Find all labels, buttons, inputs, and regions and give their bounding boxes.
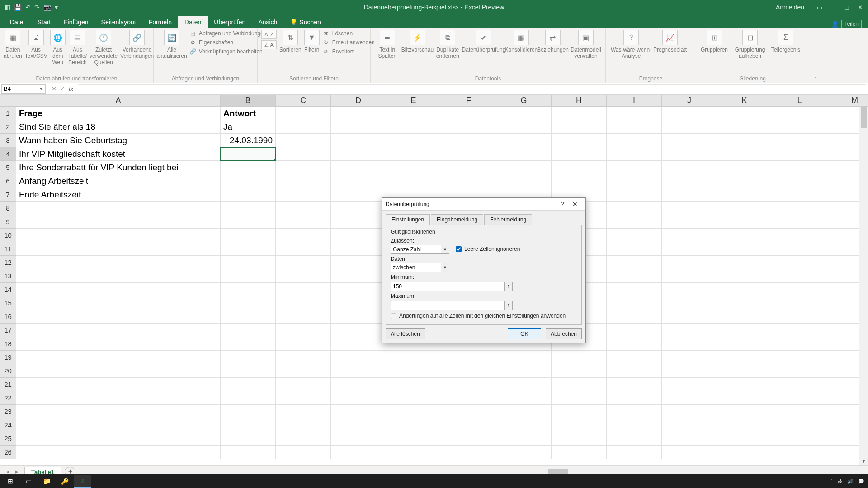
cell[interactable] (276, 120, 331, 134)
edit-links-button[interactable]: 🔗Verknüpfungen bearbeiten (189, 48, 266, 55)
cell[interactable] (386, 174, 441, 188)
cell[interactable] (331, 283, 386, 296)
cancel-button[interactable]: Abbrechen (546, 328, 582, 339)
vertical-scrollbar[interactable]: ▲ ▼ (859, 95, 868, 465)
confirm-edit-icon[interactable]: ✓ (60, 85, 65, 92)
cell[interactable] (662, 283, 717, 296)
row-header[interactable]: 25 (0, 432, 16, 446)
row-header[interactable]: 7 (0, 188, 16, 202)
cell[interactable]: Anfang Arbeitszeit (16, 174, 221, 188)
cell[interactable] (221, 432, 276, 446)
cell[interactable] (331, 134, 386, 147)
cell[interactable]: Sind Sie älter als 18 (16, 120, 221, 134)
cell[interactable] (221, 269, 276, 283)
cell[interactable] (331, 364, 386, 378)
name-box-dropdown-icon[interactable]: ▼ (39, 86, 43, 91)
cell[interactable] (16, 242, 221, 256)
column-header[interactable]: I (607, 95, 662, 107)
cell[interactable] (662, 391, 717, 405)
cell[interactable] (441, 351, 496, 364)
cell[interactable] (221, 337, 276, 351)
cell[interactable] (772, 229, 827, 242)
cell[interactable] (772, 351, 827, 364)
file-explorer-icon[interactable]: 📁 (38, 475, 55, 488)
cell[interactable] (662, 432, 717, 446)
cell[interactable] (662, 364, 717, 378)
camera-icon[interactable]: 📷 (43, 4, 51, 11)
cell[interactable] (607, 351, 662, 364)
cell[interactable] (772, 283, 827, 296)
queries-conn-button[interactable]: ▤Abfragen und Verbindungen (189, 30, 266, 37)
cell[interactable] (552, 107, 607, 120)
row-header[interactable]: 23 (0, 405, 16, 418)
clear-all-button[interactable]: Alle löschen (386, 328, 425, 339)
cell[interactable] (717, 418, 772, 432)
autosave-icon[interactable]: ◧ (5, 4, 10, 11)
cell[interactable] (331, 229, 386, 242)
cell[interactable] (496, 446, 552, 459)
cell[interactable] (221, 215, 276, 229)
existing-connections-button[interactable]: 🔗Vorhandene Verbindungen (120, 30, 154, 59)
cell[interactable] (16, 296, 221, 310)
maximize-icon[interactable]: ◻ (844, 4, 849, 11)
row-header[interactable]: 10 (0, 229, 16, 242)
cell[interactable] (331, 256, 386, 269)
cell[interactable] (386, 147, 441, 161)
cell[interactable] (331, 337, 386, 351)
recent-sources-button[interactable]: 🕘Zuletzt verwendete Quellen (90, 30, 118, 66)
column-header[interactable]: B (221, 95, 276, 107)
sort-az-button[interactable]: A↓ZZ↓A (261, 30, 277, 49)
minimize-icon[interactable]: — (830, 4, 836, 11)
tab-ansicht[interactable]: Ansicht (252, 16, 285, 28)
ungroup-button[interactable]: ⊟Gruppierung aufheben (731, 30, 769, 59)
cell[interactable] (221, 147, 276, 161)
subtotal-button[interactable]: ΣTeilergebnis (771, 30, 800, 53)
cell[interactable] (662, 256, 717, 269)
cell[interactable] (331, 378, 386, 391)
chevron-down-icon[interactable]: ▼ (441, 263, 449, 272)
cell[interactable] (386, 364, 441, 378)
cell[interactable] (607, 174, 662, 188)
tray-up-icon[interactable]: ˄ (830, 479, 833, 484)
cancel-edit-icon[interactable]: ✕ (52, 85, 57, 92)
cell[interactable] (772, 405, 827, 418)
row-header[interactable]: 14 (0, 283, 16, 296)
cell[interactable] (772, 418, 827, 432)
what-if-button[interactable]: ？Was-wäre-wenn-Analyse (609, 30, 653, 59)
cell[interactable] (331, 120, 386, 134)
cell[interactable] (717, 310, 772, 324)
data-validation-button[interactable]: ✔Datenüberprüfung (463, 30, 504, 53)
cell[interactable] (441, 432, 496, 446)
tell-me-search[interactable]: 💡 Suchen (285, 16, 325, 28)
cell[interactable] (441, 120, 496, 134)
cell[interactable] (717, 378, 772, 391)
cell[interactable] (386, 351, 441, 364)
cell[interactable] (221, 446, 276, 459)
cell[interactable] (717, 337, 772, 351)
cell[interactable] (16, 215, 221, 229)
sheet-nav-first-icon[interactable]: ◂ (4, 468, 12, 475)
cell[interactable] (221, 161, 276, 174)
row-header[interactable]: 22 (0, 391, 16, 405)
cell[interactable] (496, 378, 552, 391)
cell[interactable] (496, 134, 552, 147)
cell[interactable] (276, 283, 331, 296)
cell[interactable] (717, 147, 772, 161)
cell[interactable] (276, 446, 331, 459)
cell[interactable] (717, 134, 772, 147)
cell[interactable] (772, 296, 827, 310)
from-table-button[interactable]: ▤Aus Tabelle/ Bereich (68, 30, 87, 66)
cell[interactable] (772, 188, 827, 202)
cell[interactable] (331, 351, 386, 364)
cell[interactable] (607, 378, 662, 391)
cell[interactable] (662, 107, 717, 120)
allow-select[interactable]: Ganze Zahl ▼ (391, 245, 449, 254)
cell[interactable] (221, 364, 276, 378)
text-to-columns-button[interactable]: ≣Text in Spalten (374, 30, 400, 59)
column-header[interactable]: K (717, 95, 772, 107)
cell[interactable] (772, 147, 827, 161)
cell[interactable] (441, 405, 496, 418)
row-header[interactable]: 12 (0, 256, 16, 269)
cell[interactable] (496, 364, 552, 378)
cell[interactable] (331, 296, 386, 310)
